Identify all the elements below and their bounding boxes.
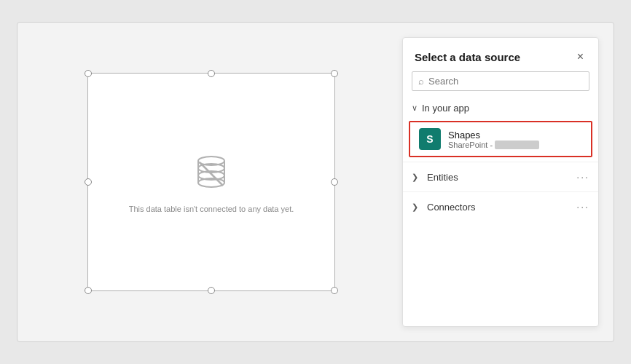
chevron-right-connectors-icon: ❯ (412, 202, 418, 212)
database-icon (188, 151, 235, 197)
connectors-label: Connectors (427, 202, 475, 213)
shapes-info: Shapes SharePoint - (448, 130, 539, 149)
chevron-down-icon: ∨ (412, 103, 418, 113)
data-table-widget: This data table isn't connected to any d… (87, 73, 335, 291)
entities-section-header[interactable]: ❯ Entities ··· (403, 164, 598, 190)
entities-more[interactable]: ··· (576, 171, 589, 183)
search-icon: ⌕ (418, 76, 424, 87)
search-input[interactable] (428, 76, 583, 87)
handle-middle-right[interactable] (331, 178, 338, 186)
panel-title: Select a data source (415, 51, 520, 63)
blurred-url (495, 141, 539, 149)
connectors-section-header[interactable]: ❯ Connectors ··· (403, 194, 598, 220)
search-box: ⌕ (412, 71, 589, 91)
divider-1 (403, 162, 598, 162)
handle-bottom-left[interactable] (85, 287, 92, 294)
handle-bottom-center[interactable] (208, 287, 215, 294)
connectors-more[interactable]: ··· (576, 201, 589, 213)
in-your-app-section-header[interactable]: ∨ In your app (403, 98, 598, 118)
divider-2 (403, 191, 598, 192)
entities-label: Entities (427, 172, 458, 183)
main-container: This data table isn't connected to any d… (17, 22, 614, 342)
handle-top-center[interactable] (208, 70, 215, 77)
data-source-panel: Select a data source × ⌕ ∨ In your app S… (402, 37, 599, 327)
no-data-label: This data table isn't connected to any d… (129, 205, 294, 213)
shapes-subtitle: SharePoint - (448, 141, 539, 149)
shapes-name: Shapes (448, 130, 539, 141)
handle-middle-left[interactable] (85, 178, 92, 186)
shapes-item[interactable]: S Shapes SharePoint - (409, 121, 592, 157)
handle-top-right[interactable] (331, 70, 338, 77)
handle-bottom-right[interactable] (331, 287, 338, 294)
shapes-icon: S (419, 128, 441, 150)
panel-header: Select a data source × (403, 38, 598, 71)
in-your-app-label: In your app (422, 103, 469, 114)
close-button[interactable]: × (574, 50, 587, 64)
chevron-right-entities-icon: ❯ (412, 173, 418, 182)
handle-top-left[interactable] (85, 70, 92, 77)
canvas-area: This data table isn't connected to any d… (32, 37, 391, 327)
in-your-app-items: S Shapes SharePoint - (403, 118, 598, 160)
